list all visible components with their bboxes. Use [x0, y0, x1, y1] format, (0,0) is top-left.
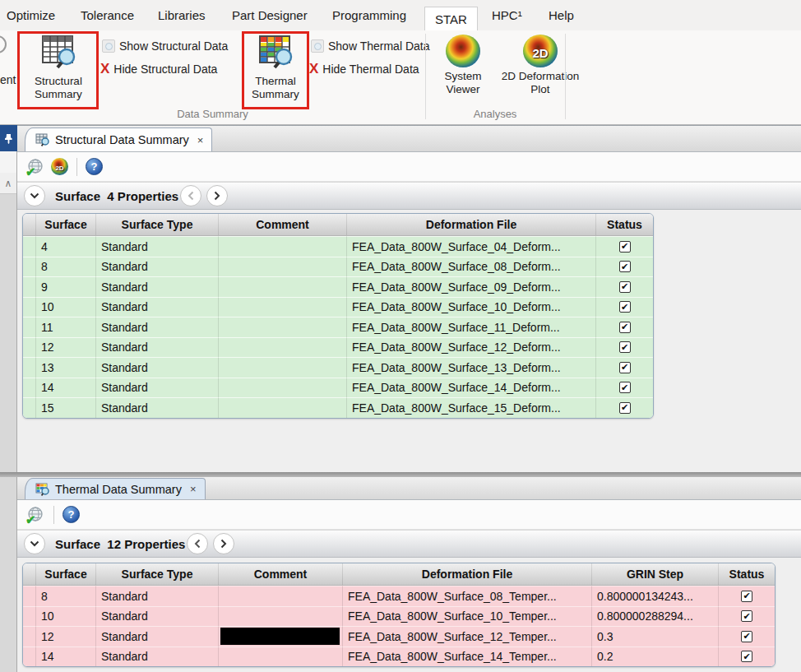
next-surface-button[interactable] [206, 185, 228, 206]
table-row[interactable]: 13StandardFEA_Data_800W_Surface_13_Defor… [23, 357, 653, 378]
menu-tab-libraries[interactable]: Libraries [153, 0, 211, 30]
prev-surface-button[interactable] [180, 185, 201, 206]
help-icon[interactable]: ? [63, 506, 80, 523]
cell-grin-step[interactable]: 0.2 [592, 647, 719, 667]
cell-grin-step[interactable]: 0.3 [592, 626, 719, 647]
table-row[interactable]: 4StandardFEA_Data_800W_Surface_04_Deform… [23, 236, 653, 257]
next-surface-button[interactable] [213, 533, 234, 554]
row-gutter [23, 606, 36, 627]
cell-deformation-file[interactable]: FEA_Data_800W_Surface_14_Deform... [347, 378, 596, 398]
menu-tab-part-designer[interactable]: Part Designer [227, 0, 313, 30]
cell-comment[interactable] [219, 647, 343, 667]
cell-deformation-file[interactable]: FEA_Data_800W_Surface_12_Temper... [343, 626, 592, 647]
cell-comment[interactable] [219, 257, 347, 277]
table-row[interactable]: 15StandardFEA_Data_800W_Surface_15_Defor… [23, 397, 653, 418]
cell-comment[interactable] [219, 276, 347, 297]
table-row[interactable]: 10StandardFEA_Data_800W_Surface_10_Tempe… [23, 606, 775, 627]
menu-tab-programming[interactable]: Programming [327, 0, 411, 30]
settings-icon[interactable]: ✔ [27, 158, 45, 176]
tab-structural-data-summary[interactable]: Structural Data Summary × [25, 127, 212, 151]
cell-deformation-file[interactable]: FEA_Data_800W_Surface_14_Temper... [343, 647, 592, 667]
cell-comment[interactable] [219, 626, 343, 647]
cell-deformation-file[interactable]: FEA_Data_800W_Surface_10_Deform... [347, 297, 596, 317]
status-checkbox[interactable]: ✔ [619, 322, 631, 333]
cell-comment[interactable] [219, 586, 343, 606]
table-row[interactable]: 8StandardFEA_Data_800W_Surface_08_Temper… [23, 586, 775, 606]
close-icon[interactable]: × [190, 483, 197, 495]
status-checkbox[interactable]: ✔ [741, 610, 752, 622]
cell-deformation-file[interactable]: FEA_Data_800W_Surface_09_Deform... [347, 276, 596, 297]
cell-comment[interactable] [219, 317, 347, 337]
show-thermal-data-button[interactable]: Show Thermal Data [311, 37, 429, 55]
table-row[interactable]: 14StandardFEA_Data_800W_Surface_14_Tempe… [23, 647, 775, 667]
cell-deformation-file[interactable]: FEA_Data_800W_Surface_08_Temper... [343, 586, 592, 606]
status-checkbox[interactable]: ✔ [619, 341, 631, 353]
system-viewer-button[interactable]: System Viewer [435, 35, 491, 96]
help-icon[interactable]: ? [86, 158, 103, 175]
table-row[interactable]: 10StandardFEA_Data_800W_Surface_10_Defor… [23, 297, 653, 317]
cell-deformation-file[interactable]: FEA_Data_800W_Surface_04_Deform... [347, 236, 596, 257]
status-checkbox[interactable]: ✔ [741, 651, 752, 662]
table-row[interactable]: 8StandardFEA_Data_800W_Surface_08_Deform… [23, 257, 653, 277]
status-checkbox[interactable]: ✔ [619, 362, 631, 373]
cell-comment[interactable] [219, 378, 347, 398]
cell-status: ✔ [719, 606, 775, 627]
status-checkbox[interactable]: ✔ [619, 402, 631, 414]
cell-grin-step[interactable]: 0.800000134243... [592, 586, 719, 606]
collapse-chevron-icon[interactable]: ∧ [0, 173, 16, 194]
status-checkbox[interactable]: ✔ [619, 261, 631, 272]
cell-deformation-file[interactable]: FEA_Data_800W_Surface_10_Temper... [343, 606, 592, 627]
hide-thermal-data-button[interactable]: X Hide Thermal Data [309, 60, 419, 78]
cell-comment[interactable] [219, 397, 347, 418]
cell-grin-step[interactable]: 0.800000288294... [592, 606, 719, 627]
cell-comment[interactable] [219, 236, 347, 257]
table-row[interactable]: 12StandardFEA_Data_800W_Surface_12_Tempe… [23, 626, 775, 647]
thermal-toolbar: ✔ ? [17, 500, 801, 530]
menu-tab-tolerance[interactable]: Tolerance [76, 0, 139, 30]
structural-panel: Structural Data Summary × ✔ 2D ? Surface… [17, 125, 801, 472]
menu-tab-hpc[interactable]: HPC¹ [487, 0, 527, 30]
chevron-down-icon[interactable] [24, 185, 45, 206]
cell-comment[interactable] [219, 337, 347, 358]
cell-surface: 14 [36, 647, 96, 667]
table-row[interactable]: 9StandardFEA_Data_800W_Surface_09_Deform… [23, 276, 653, 297]
cell-comment[interactable] [219, 297, 347, 317]
cell-surface-type: Standard [96, 647, 219, 667]
ribbon-separator [565, 34, 566, 119]
cell-comment[interactable] [219, 606, 343, 627]
prev-surface-button[interactable] [187, 533, 208, 554]
status-checkbox[interactable]: ✔ [741, 631, 752, 642]
cell-deformation-file[interactable]: FEA_Data_800W_Surface_12_Deform... [347, 337, 596, 358]
show-structural-data-button[interactable]: Show Structural Data [102, 37, 228, 55]
pin-icon[interactable] [0, 125, 17, 151]
cell-deformation-file[interactable]: FEA_Data_800W_Surface_13_Deform... [347, 357, 596, 378]
menu-tab-optimize[interactable]: Optimize [2, 0, 60, 30]
status-checkbox[interactable]: ✔ [619, 281, 631, 293]
status-checkbox[interactable]: ✔ [619, 301, 631, 313]
status-checkbox[interactable]: ✔ [741, 591, 752, 602]
cell-deformation-file[interactable]: FEA_Data_800W_Surface_08_Deform... [347, 257, 596, 277]
status-checkbox[interactable]: ✔ [619, 241, 631, 253]
structural-summary-button[interactable]: Structural Summary [21, 35, 96, 101]
cell-deformation-file[interactable]: FEA_Data_800W_Surface_11_Deform... [347, 317, 596, 337]
table-row[interactable]: 14StandardFEA_Data_800W_Surface_14_Defor… [23, 378, 653, 398]
column-header: Surface [36, 214, 96, 235]
thermal-summary-button[interactable]: Thermal Summary [244, 35, 307, 101]
column-header: Deformation File [343, 563, 592, 585]
chevron-down-icon[interactable] [24, 533, 45, 554]
viewer-2d-icon[interactable]: 2D [51, 158, 68, 175]
cell-comment[interactable] [219, 357, 347, 378]
menu-tab-help[interactable]: Help [544, 0, 579, 30]
table-row[interactable]: 12StandardFEA_Data_800W_Surface_12_Defor… [23, 337, 653, 358]
close-icon[interactable]: × [197, 134, 204, 146]
cell-surface-type: Standard [96, 236, 219, 257]
menu-tab-star[interactable]: STAR [424, 7, 478, 30]
hide-structural-data-button[interactable]: X Hide Structural Data [100, 60, 217, 78]
row-gutter [23, 378, 36, 398]
tab-thermal-data-summary[interactable]: Thermal Data Summary × [25, 478, 206, 499]
deformation-plot-button[interactable]: 2D 2D Deformation Plot [493, 35, 587, 96]
status-checkbox[interactable]: ✔ [619, 382, 631, 393]
table-row[interactable]: 11StandardFEA_Data_800W_Surface_11_Defor… [23, 317, 653, 337]
cell-deformation-file[interactable]: FEA_Data_800W_Surface_15_Deform... [347, 397, 596, 418]
settings-icon[interactable]: ✔ [27, 506, 45, 524]
